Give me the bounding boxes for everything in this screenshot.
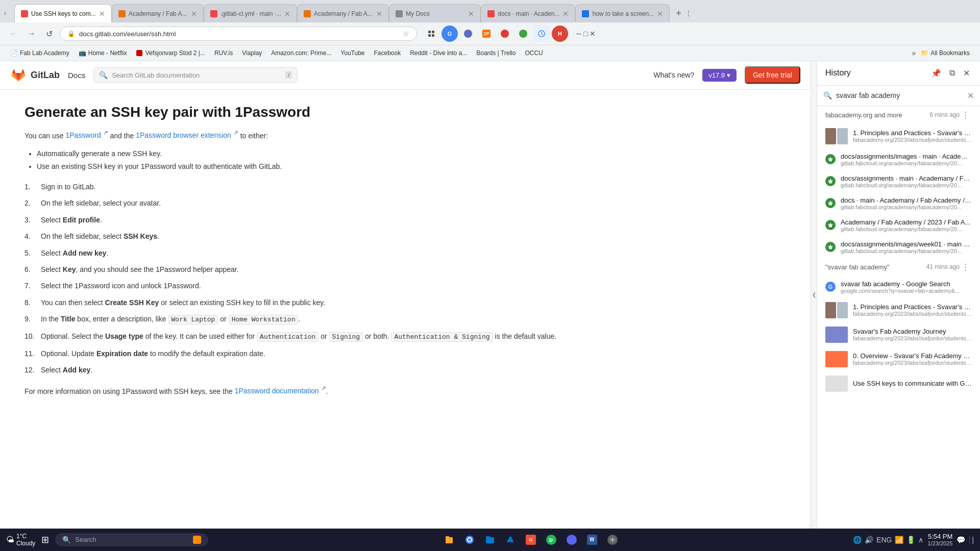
history-item-2[interactable]: docs/assignments/images · main · Academ.… [817,148,980,170]
notification-icon[interactable]: 💬 [957,536,965,544]
bookmarks-more-button[interactable]: » [912,49,916,57]
taskbar-app-spotify[interactable] [542,531,560,549]
bookmark-star-icon[interactable]: ☆ [403,30,409,38]
taskbar-app-vscode[interactable] [501,531,520,549]
chrome-extension-2[interactable] [460,26,476,42]
history-item-6[interactable]: docs/assignments/images/week01 · main · … [817,236,980,258]
chevron-up-icon[interactable]: ∧ [918,536,923,544]
history-item-5-info: Academany / Fab Academy / 2023 / Fab A..… [841,218,972,232]
history-group-1-more-button[interactable]: ⋮ [960,110,972,120]
extensions-icon[interactable] [423,26,439,42]
history-item-3[interactable]: docs/assignments · main · Academany / Fa… [817,170,980,192]
taskbar-app-discord[interactable] [562,531,581,549]
history-popout-button[interactable]: ⧉ [947,67,957,79]
bookmark-amazon[interactable]: Amazon.com: Prime... [267,48,335,58]
history-item-1[interactable]: 1. Principles and Practices - Svavar's F… [817,124,980,148]
show-desktop-button[interactable]: | [969,536,974,544]
history-item-10[interactable]: 0. Overview - Svavar's Fab Academy Journ… [817,347,980,371]
new-tab-button[interactable]: + [672,6,685,21]
history-pin-button[interactable]: 📌 [929,67,943,79]
chrome-extension-3[interactable]: 1P [478,26,495,42]
restore-button[interactable]: □ [583,30,587,38]
tab-close-2[interactable]: ✕ [191,10,197,18]
taskbar-app-git[interactable]: G [522,531,540,549]
bookmark-netflix[interactable]: 📺 Home - Netflix [75,48,131,58]
tab-7[interactable]: how to take a screen... ✕ [575,4,670,22]
taskbar-app-explorer[interactable] [481,531,499,549]
minimize-button[interactable]: ─ [576,30,581,38]
tab-3[interactable]: .gitlab-ci.yml · main ·... ✕ [204,4,297,22]
taskbar-app-chrome[interactable] [460,531,479,549]
bookmark-fab-lab[interactable]: 📄 Fab Lab Academy [6,48,74,58]
history-panel-icon[interactable] [533,26,550,42]
tab-4[interactable]: Academany / Fab A... ✕ [297,4,389,22]
tab-2[interactable]: Academany / Fab A... ✕ [112,4,204,22]
step-8-text: You can then select Create SSH Key or se… [41,297,786,308]
tab-1[interactable]: Use SSH keys to com... ✕ [14,4,112,22]
taskbar-weather[interactable]: 🌤 1°C Cloudy [6,533,35,547]
taskbar-app-settings[interactable] [603,531,622,549]
whats-new-link[interactable]: What's new? [653,71,694,79]
panel-collapse-handle[interactable]: ❮ [811,61,817,529]
1password-extension-link[interactable]: 1Password browser extension ↗ [136,131,238,139]
forward-button[interactable]: → [24,27,39,40]
step-5-text: Select Add new key. [41,247,786,259]
bookmark-occu[interactable]: OCCU [521,48,547,58]
taskbar-app-word[interactable]: W [583,531,601,549]
taskbar-search-box[interactable]: 🔍 Search [55,533,208,546]
profile-icon[interactable]: H [552,26,568,42]
reload-button[interactable]: ↺ [43,27,56,41]
history-item-5[interactable]: Academany / Fab Academy / 2023 / Fab A..… [817,214,980,236]
tab-5[interactable]: My Docs ✕ [389,4,481,22]
history-item-8[interactable]: 1. Principles and Practices - Svavar's F… [817,298,980,322]
tab-title-4: Academany / Fab A... [314,10,373,17]
tab-close-1[interactable]: ✕ [99,10,105,18]
back-button[interactable]: ← [6,27,20,40]
history-item-11[interactable]: Use SSH keys to communicate with GitLab.… [817,371,980,396]
tab-close-7[interactable]: ✕ [657,10,663,18]
bookmark-viaplay[interactable]: Viaplay [238,48,266,58]
tab-favicon-4 [304,10,311,17]
history-item-5-title: Academany / Fab Academy / 2023 / Fab A..… [841,218,972,226]
tab-close-5[interactable]: ✕ [468,10,474,18]
history-item-9[interactable]: Svavar's Fab Academy Journey fabacademy.… [817,322,980,347]
address-bar[interactable]: 🔒 docs.gitlab.com/ee/user/ssh.html ☆ [60,27,417,41]
bookmark-ruv[interactable]: RUV.is [210,48,237,58]
close-button[interactable]: ✕ [590,30,596,38]
start-button[interactable]: ⊞ [37,532,53,547]
history-item-4[interactable]: docs · main · Academany / Fab Academy / … [817,192,980,214]
history-close-button[interactable]: ✕ [961,67,972,79]
bookmark-ruv2[interactable]: Vefsjonvarp Stod 2 |... [132,48,209,58]
gitlab-logo[interactable]: GitLab [10,67,60,83]
tab-close-3[interactable]: ✕ [284,10,290,18]
bookmark-trello[interactable]: Boards | Trello [472,48,520,58]
tab-scroll-left[interactable]: ‹ [4,10,14,17]
history-search-clear-button[interactable]: ✕ [967,91,974,101]
chrome-extension-4[interactable] [497,26,513,42]
bookmark-youtube[interactable]: YouTube [336,48,369,58]
step-3: 3. Select Edit profile. [24,214,786,226]
bookmark-reddit[interactable]: Reddit - Dive into a... [406,48,471,58]
1password-docs-link[interactable]: 1Password documentation ↗ [235,387,326,395]
chrome-extension-1[interactable]: G [442,26,458,42]
volume-icon[interactable]: 🔊 [865,536,873,544]
history-list: fabacademy.org and more 6 mins ago ⋮ 1 [817,106,980,529]
history-item-7[interactable]: G svavar fab academy - Google Search goo… [817,276,980,298]
all-bookmarks-folder[interactable]: 📁 All Bookmarks [917,48,974,58]
tab-close-4[interactable]: ✕ [376,10,382,18]
gitlab-search-box[interactable]: 🔍 Search GitLab documentation / [93,67,298,83]
tab-6[interactable]: docs · main · Acaden... ✕ [481,4,575,22]
bookmark-facebook[interactable]: Facebook [370,48,405,58]
history-search-input[interactable] [836,91,963,99]
taskbar-app-files[interactable] [440,531,458,549]
intro-middle: and the [110,131,134,139]
history-group-2-more-button[interactable]: ⋮ [960,262,972,272]
gitlab-docs-link[interactable]: Docs [68,71,85,80]
wifi-icon[interactable]: 📶 [895,536,903,544]
get-free-trial-button[interactable]: Get free trial [745,66,800,84]
chrome-extension-5[interactable] [515,26,531,42]
tab-scroll-right[interactable]: ⋮ [685,10,696,17]
tab-close-6[interactable]: ✕ [562,10,569,18]
version-button[interactable]: v17.9 ▾ [702,69,737,82]
1password-link[interactable]: 1Password ↗ [65,131,108,139]
